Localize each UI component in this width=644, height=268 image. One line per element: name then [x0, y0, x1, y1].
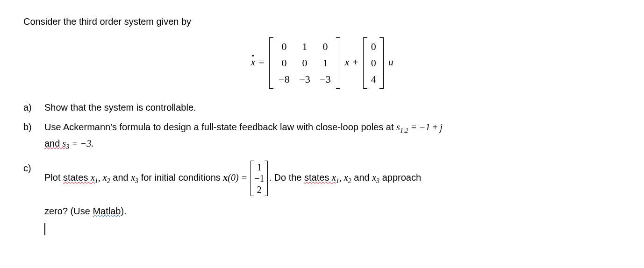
- item-c-body: Plot states x1, x2 and x3 for initial co…: [44, 161, 621, 238]
- item-b-body: Use Ackermann's formula to design a full…: [44, 120, 621, 153]
- item-c-label: c): [23, 161, 44, 176]
- item-a-body: Show that the system is controllable.: [44, 100, 621, 115]
- item-b: b) Use Ackermann's formula to design a f…: [23, 120, 621, 153]
- matrix-A: 010 001 −8−3−3: [269, 37, 340, 89]
- item-a: a) Show that the system is controllable.: [23, 100, 621, 115]
- item-a-label: a): [23, 100, 44, 115]
- item-b-label: b): [23, 120, 44, 134]
- x0-vector: 1−12: [250, 161, 268, 196]
- state-equation: x = 010 001 −8−3−3 x + 0 0 4 u: [23, 37, 621, 89]
- matrix-B: 0 0 4: [363, 37, 384, 89]
- text-cursor: [44, 223, 45, 235]
- item-c: c) Plot states x1, x2 and x3 for initial…: [23, 161, 621, 238]
- intro-text: Consider the third order system given by: [23, 14, 621, 29]
